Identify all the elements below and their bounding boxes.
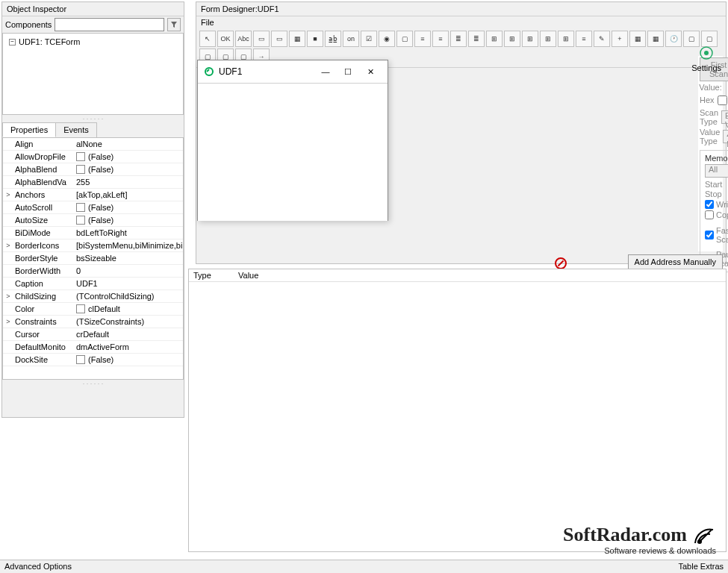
filter-button[interactable] — [167, 18, 181, 31]
toolbar-btn-25[interactable]: ▦ — [647, 31, 664, 47]
tree-expand-icon[interactable]: − — [9, 39, 16, 46]
component-tree[interactable]: − UDF1: TCEForm — [2, 33, 184, 115]
checkbox-icon[interactable] — [76, 216, 85, 225]
prop-value[interactable]: (False) — [73, 355, 183, 364]
prop-value[interactable]: bsSizeable — [73, 254, 183, 263]
prop-row[interactable]: >Anchors[akTop,akLeft] — [3, 189, 183, 201]
components-input[interactable] — [55, 18, 164, 31]
tab-events[interactable]: Events — [55, 122, 97, 137]
toolbar-btn-20[interactable]: ⊞ — [558, 31, 574, 47]
prop-row[interactable]: >ChildSizing(TControlChildSizing) — [3, 290, 183, 303]
expand-icon[interactable]: > — [3, 318, 13, 325]
col-type[interactable]: Type — [193, 271, 238, 280]
prop-row[interactable]: ColorclDefault — [3, 303, 183, 316]
prop-row[interactable]: AlphaBlend(False) — [3, 163, 183, 176]
toolbar-btn-18[interactable]: ⊞ — [522, 31, 538, 47]
writable-checkbox[interactable] — [705, 200, 714, 209]
toolbar-btn-7[interactable]: a̲b̲ — [325, 31, 341, 47]
copyonwrite-checkbox[interactable] — [705, 210, 714, 219]
menu-file[interactable]: File — [196, 16, 726, 28]
value-type-select[interactable]: 4 Bytes — [723, 130, 728, 143]
prop-row[interactable]: DefaultMonitodmActiveForm — [3, 341, 183, 354]
prop-value[interactable]: (False) — [73, 165, 183, 174]
toolbar-btn-19[interactable]: ⊞ — [540, 31, 556, 47]
toolbar-btn-11[interactable]: ▢ — [396, 31, 413, 47]
toolbar-btn-22[interactable]: ✎ — [594, 31, 610, 47]
toolbar-btn-9[interactable]: ☑ — [361, 31, 377, 47]
prop-row[interactable]: AllowDropFile(False) — [3, 151, 183, 163]
prop-value[interactable]: (TControlChildSizing) — [73, 292, 183, 301]
tree-item-udf1[interactable]: − UDF1: TCEForm — [6, 37, 180, 47]
mem-scope-select[interactable]: All — [705, 164, 728, 178]
toolbar-btn-26[interactable]: 🕐 — [665, 31, 682, 47]
udf1-design-surface[interactable] — [198, 84, 388, 221]
prop-value[interactable]: (False) — [73, 203, 183, 212]
toolbar-btn-2[interactable]: Abc — [235, 31, 252, 47]
udf1-titlebar[interactable]: UDF1 — ☐ ✕ — [198, 60, 388, 84]
prop-row[interactable]: AlignalNone — [3, 138, 183, 151]
prop-row[interactable]: >Constraints(TSizeConstraints) — [3, 316, 183, 328]
tab-properties[interactable]: Properties — [2, 122, 56, 137]
prop-value[interactable]: (False) — [73, 216, 183, 225]
expand-icon[interactable]: > — [3, 191, 13, 198]
prop-value[interactable]: 255 — [73, 178, 183, 187]
prop-value[interactable]: UDF1 — [73, 279, 183, 288]
settings-button[interactable]: Settings — [691, 44, 721, 72]
toolbar-btn-15[interactable]: ≣ — [468, 31, 485, 47]
toolbar-btn-6[interactable]: ■ — [307, 31, 323, 47]
expand-icon[interactable]: > — [3, 242, 13, 249]
prop-row[interactable]: >BorderIcons[biSystemMenu,biMinimize,biM — [3, 239, 183, 252]
toolbar-btn-21[interactable]: ≡ — [576, 31, 592, 47]
status-right[interactable]: Table Extras — [678, 562, 724, 572]
prop-value[interactable]: (False) — [73, 152, 183, 161]
toolbar-btn-23[interactable]: + — [612, 31, 628, 47]
close-button[interactable]: ✕ — [359, 64, 382, 79]
prop-row[interactable]: BiDiModebdLeftToRight — [3, 227, 183, 239]
expand-icon[interactable]: > — [3, 292, 13, 300]
toolbar-btn-3[interactable]: ▭ — [253, 31, 270, 47]
prop-row[interactable]: BorderStylebsSizeable — [3, 252, 183, 265]
toolbar-btn-0[interactable]: ↖ — [199, 31, 216, 47]
toolbar-btn-8[interactable]: on — [343, 31, 359, 47]
add-address-button[interactable]: Add Address Manually — [628, 254, 723, 269]
toolbar-btn-10[interactable]: ◉ — [379, 31, 395, 47]
prop-row[interactable]: CursorcrDefault — [3, 328, 183, 341]
col-value[interactable]: Value — [238, 271, 258, 280]
toolbar-btn-16[interactable]: ⊞ — [486, 31, 503, 47]
splitter-dots-2[interactable]: · · · · · · — [2, 380, 184, 387]
toolbar-btn-4[interactable]: ▭ — [271, 31, 287, 47]
checkbox-icon[interactable] — [76, 304, 85, 313]
toolbar-btn-13[interactable]: ≡ — [432, 31, 449, 47]
udf1-window[interactable]: UDF1 — ☐ ✕ — [197, 60, 388, 221]
hex-checkbox[interactable] — [718, 96, 727, 105]
prop-value[interactable]: crDefault — [73, 330, 183, 339]
toolbar-btn-12[interactable]: ≡ — [414, 31, 431, 47]
prop-row[interactable]: AlphaBlendVa255 — [3, 176, 183, 189]
prop-value[interactable]: [biSystemMenu,biMinimize,biM — [73, 241, 183, 250]
splitter-dots[interactable]: · · · · · · — [2, 115, 184, 122]
prop-row[interactable]: BorderWidth0 — [3, 265, 183, 278]
prop-row[interactable]: AutoSize(False) — [3, 214, 183, 227]
checkbox-icon[interactable] — [76, 355, 85, 364]
toolbar-btn-1[interactable]: OK — [217, 31, 234, 47]
prop-row[interactable]: AutoScroll(False) — [3, 201, 183, 214]
prop-row[interactable]: DockSite(False) — [3, 354, 183, 366]
maximize-button[interactable]: ☐ — [337, 64, 359, 79]
prop-value[interactable]: 0 — [73, 266, 183, 275]
prop-row[interactable]: CaptionUDF1 — [3, 278, 183, 290]
toolbar-btn-24[interactable]: ▦ — [629, 31, 646, 47]
prop-value[interactable]: (TSizeConstraints) — [73, 317, 183, 326]
property-grid[interactable]: AlignalNoneAllowDropFile(False)AlphaBlen… — [2, 137, 184, 380]
prop-value[interactable]: alNone — [73, 140, 183, 148]
checkbox-icon[interactable] — [76, 165, 85, 174]
prop-value[interactable]: [akTop,akLeft] — [73, 190, 183, 199]
prop-value[interactable]: clDefault — [73, 304, 183, 313]
minimize-button[interactable]: — — [314, 64, 337, 79]
prop-value[interactable]: bdLeftToRight — [73, 228, 183, 237]
toolbar-btn-14[interactable]: ≣ — [450, 31, 467, 47]
checkbox-icon[interactable] — [76, 203, 85, 212]
checkbox-icon[interactable] — [76, 152, 85, 161]
fastscan-checkbox[interactable] — [705, 231, 714, 239]
status-left[interactable]: Advanced Options — [4, 562, 72, 572]
toolbar-btn-5[interactable]: ▦ — [289, 31, 305, 47]
